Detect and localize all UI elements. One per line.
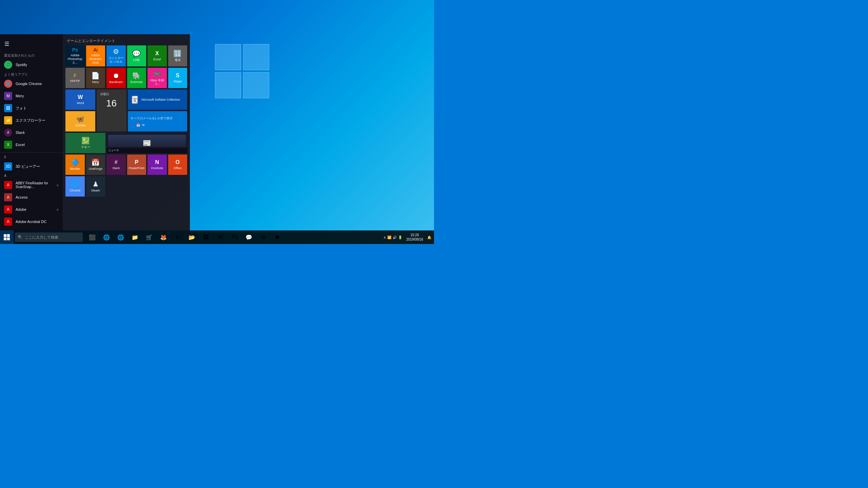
start-button[interactable] [0, 230, 14, 244]
abby-icon: A [4, 181, 12, 189]
tiles-row-1: Ps Adobe Photoshop C... Ai Adobe Illustr… [65, 45, 187, 66]
taskbar-chrome[interactable]: 🌐 [114, 230, 127, 244]
windows-logo [215, 44, 269, 98]
taskbar-explorer[interactable]: 📁 [128, 230, 142, 244]
3dviewer-label: 3D ビューアー [16, 164, 40, 169]
chrome-bottom-label: Chrome [70, 189, 80, 192]
tile-steam[interactable]: ♟ Steam [86, 176, 105, 197]
news-text: ニュース [108, 148, 186, 152]
access-icon: A [4, 193, 12, 201]
tray-network[interactable]: 📶 [387, 236, 391, 239]
unaforge-label: UnaForge [89, 167, 102, 171]
tile-solitaire[interactable]: 🃏 Microsoft Solitaire Collection [128, 89, 188, 110]
taskbar-clock[interactable]: 15:26 2019/09/16 [403, 233, 426, 242]
line-label: LINE [133, 58, 140, 62]
steam-icon: ♟ [93, 181, 99, 187]
app-abby[interactable]: A ABBY FineReader for ScanSnap... ∨ [0, 179, 63, 191]
slack-tile-icon: # [115, 160, 118, 165]
news-overlay: ニュース [107, 147, 187, 153]
alpha-hash: # [0, 154, 63, 160]
adobe-expand: ∨ [56, 208, 59, 211]
recently-added-label: 最近追加されたもの [0, 52, 63, 59]
divider-1 [0, 152, 63, 152]
taskbar-store[interactable]: 🛒 [142, 230, 156, 244]
blender-label: blender [70, 167, 80, 171]
calendar-day-label: 月曜日 [98, 92, 109, 97]
tile-onenote[interactable]: N OneNote [147, 155, 167, 175]
tile-news[interactable]: 📰 ニュース [107, 133, 187, 153]
slack-icon: # [4, 128, 12, 137]
tile-calc[interactable]: 🔢 電卓 [168, 45, 188, 66]
tile-unaforge[interactable]: 📅 UnaForge [86, 155, 105, 175]
tile-slack-2[interactable]: # Slack [106, 155, 126, 175]
app-spotify[interactable]: 🎵 Spotify [0, 59, 63, 71]
tray-battery[interactable]: 🔋 [398, 236, 402, 239]
illustrator-tile-label: Adobe Illustrator 2019 [87, 54, 104, 64]
taskbar-files[interactable]: 📂 [185, 230, 199, 244]
taskbar-tray: ∧ 📶 🔊 🔋 15:26 2019/09/16 🔔 [383, 233, 434, 242]
abby-expand: ∨ [56, 183, 59, 187]
tile-office[interactable]: O Office [168, 155, 188, 175]
app-3d-viewer[interactable]: 3D 3D ビューアー [0, 160, 63, 172]
blender-icon: 🔷 [71, 159, 79, 166]
taskbar-mail[interactable]: ✉ [171, 230, 184, 244]
tile-line[interactable]: 💬 LINE [127, 45, 146, 66]
tiles-row-4: 💹 マネー 📰 ニュース [65, 133, 187, 153]
app-adobe[interactable]: A Adobe ∨ [0, 203, 63, 216]
tile-excel[interactable]: X Excel [147, 45, 167, 66]
taskbar-search[interactable]: 🔍 ここに入力して検索 [15, 232, 83, 242]
tile-control-panel[interactable]: ⚙ コントロール パネル [106, 45, 126, 66]
app-photos[interactable]: 🖼 フォト [0, 102, 63, 114]
tray-notification[interactable]: 🔔 [427, 236, 431, 239]
mail-label: すべてのメールを1 か所で表示 [131, 116, 173, 121]
app-explorer[interactable]: 📁 エクスプローラー [0, 114, 63, 126]
tile-xinview[interactable]: 🦋 XnView [65, 111, 95, 131]
tile-ffftp[interactable]: F FFFTP [65, 68, 85, 88]
taskbar-task-view[interactable]: ⬛ [85, 230, 99, 244]
app-mery[interactable]: M Mery [0, 90, 63, 102]
taskbar-settings[interactable]: ⚙ [256, 230, 270, 244]
taskbar-bandicam-tb[interactable]: ⏺ [271, 230, 284, 244]
taskbar-edge[interactable]: 🌐 [100, 230, 113, 244]
tile-skype[interactable]: S Skype [168, 68, 188, 88]
taskbar-line-tb[interactable]: 💬 [242, 230, 256, 244]
taskbar-photos[interactable]: 🖼 [199, 230, 213, 244]
alpha-a: A [0, 172, 63, 179]
tile-illustrator[interactable]: Ai Adobe Illustrator 2019 [86, 45, 105, 66]
app-slack[interactable]: # Slack [0, 126, 63, 139]
tile-powerpoint[interactable]: P PowerPoint [127, 155, 146, 175]
calc-icon: 🔢 [173, 50, 182, 57]
mery-icon: M [4, 92, 12, 100]
tile-evernote[interactable]: 🐘 Evernote [127, 68, 146, 88]
tile-bandicam[interactable]: ⏺ Bandicam [106, 68, 126, 88]
tile-chrome-bottom[interactable]: 🌐 Chrome [65, 176, 85, 197]
app-excel[interactable]: X Excel [0, 139, 63, 151]
adobe-label: Adobe [16, 207, 26, 211]
acrobat-label: Adobe Acrobat DC [16, 220, 46, 224]
powerpoint-icon: P [135, 160, 138, 165]
taskbar-ps-tb[interactable]: Ps [228, 230, 241, 244]
app-acrobat[interactable]: A Adobe Acrobat DC [0, 216, 63, 228]
excel-icon: X [4, 141, 12, 149]
abby-label: ABBY FineReader for ScanSnap... [16, 181, 53, 189]
taskbar-word-tb[interactable]: W [214, 230, 227, 244]
taskbar-firefox[interactable]: 🦊 [157, 230, 170, 244]
tile-mery[interactable]: 📄 Mery [86, 68, 105, 88]
app-chrome[interactable]: 🌐 Google Chrome [0, 78, 63, 90]
tray-up-arrow[interactable]: ∧ [383, 236, 386, 239]
tile-word[interactable]: W Word [65, 89, 95, 110]
app-access[interactable]: A Access [0, 191, 63, 203]
xinview-label: XnView [75, 124, 85, 127]
tile-money[interactable]: 💹 マネー [65, 133, 105, 153]
tile-xbox[interactable]: 🎮 Xbox 本体コ... [147, 68, 167, 88]
hamburger-button[interactable]: ☰ [0, 37, 14, 50]
mail-icon-1: 👤 [131, 123, 134, 127]
spotify-label: Spotify [16, 63, 27, 67]
tile-mail[interactable]: すべてのメールを1 か所で表示 👤 📅 ✉ [128, 111, 188, 131]
tile-blender[interactable]: 🔷 blender [65, 155, 85, 175]
tile-calendar[interactable]: 月曜日 16 [97, 89, 126, 131]
tiles-row-3: W Word 🦋 XnView 月曜日 16 🃏 [65, 89, 187, 131]
tile-photoshop[interactable]: Ps Adobe Photoshop C... [65, 45, 85, 66]
tray-volume[interactable]: 🔊 [393, 236, 397, 239]
excel-label: Excel [16, 143, 25, 147]
